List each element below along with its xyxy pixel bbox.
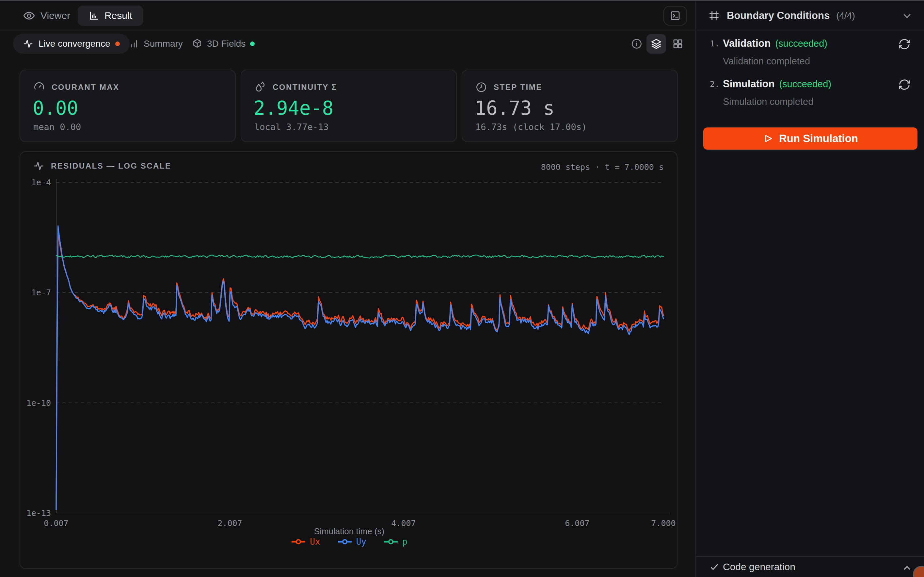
metric-subtext: 16.73s (clock 17.00s): [476, 122, 587, 132]
metric-value: 0.00: [33, 97, 78, 119]
refresh-icon[interactable]: [898, 78, 911, 91]
info-icon: [631, 38, 643, 50]
code-generation-label: Code generation: [723, 561, 795, 572]
step-title: Validation: [723, 37, 771, 49]
x-axis-title: Simulation time (s): [20, 526, 678, 537]
check-icon: [709, 562, 720, 572]
residuals-plot[interactable]: 1e-41e-71e-101e-130.0072.0074.0076.0077.…: [20, 152, 678, 569]
step-number: 2.: [710, 79, 720, 89]
legend-label: Ux: [310, 537, 320, 546]
gauge-icon: [33, 81, 45, 93]
grid-icon: [672, 38, 684, 50]
step-status: (succeeded): [779, 79, 831, 90]
cube-icon: [192, 39, 202, 49]
corner-notification-blob: [913, 566, 924, 577]
legend-marker: [383, 538, 399, 545]
run-simulation-button[interactable]: Run Simulation: [703, 127, 918, 150]
metric-card-header: STEP TIME: [476, 81, 542, 93]
main-panel: Viewer Result: [0, 1, 695, 577]
refresh-icon[interactable]: [898, 37, 911, 51]
tab-summary-label: Summary: [144, 39, 183, 49]
frame-icon: [708, 10, 720, 22]
metric-card-continuity: CONTINUITY Σ 2.94e-8 local 3.77e-13: [241, 69, 457, 142]
step-description: Simulation completed: [723, 97, 813, 107]
step-number: 1.: [710, 39, 720, 48]
sidebar-header[interactable]: Boundary Conditions (4/4): [696, 1, 924, 31]
legend-item-p[interactable]: p: [383, 537, 408, 546]
step-title: Simulation: [723, 78, 775, 90]
tab-3d-fields-label: 3D Fields: [207, 39, 246, 49]
sub-tab-bar: Live convergence Summary 3D Fields: [0, 31, 695, 57]
step-description: Validation completed: [723, 56, 810, 67]
grid-view-button[interactable]: [668, 34, 688, 53]
chevron-up-icon[interactable]: [902, 562, 912, 573]
step-title-row: Validation (succeeded): [723, 37, 828, 49]
activity-icon: [23, 39, 33, 49]
legend-label: p: [402, 537, 408, 546]
metric-subtext: mean 0.00: [33, 122, 81, 132]
legend-marker: [291, 538, 306, 545]
y-tick-label: 1e-7: [31, 288, 51, 297]
y-tick-label: 1e-10: [26, 398, 51, 408]
app-window: Viewer Result: [0, 0, 924, 577]
layers-icon: [651, 38, 662, 50]
tab-viewer-label: Viewer: [40, 10, 70, 21]
series-ux: [56, 232, 664, 509]
run-simulation-label: Run Simulation: [779, 132, 858, 145]
series-uy: [56, 226, 664, 509]
tab-live-convergence[interactable]: Live convergence: [13, 34, 130, 54]
metric-subtext: local 3.77e-13: [254, 122, 329, 132]
metric-value: 2.94e-8: [254, 97, 333, 119]
legend-item-uy[interactable]: Uy: [337, 537, 366, 546]
layers-button[interactable]: [646, 34, 666, 53]
metric-label: COURANT MAX: [51, 83, 119, 92]
terminal-button[interactable]: [664, 6, 687, 26]
metric-card-steptime: STEP TIME 16.73 s 16.73s (clock 17.00s): [462, 69, 678, 142]
eye-icon: [23, 10, 35, 22]
metric-label: CONTINUITY Σ: [273, 83, 337, 92]
y-tick-label: 1e-4: [31, 178, 51, 187]
y-tick-label: 1e-13: [26, 508, 51, 518]
series-p: [56, 255, 664, 258]
metric-card-courant: COURANT MAX 0.00 mean 0.00: [19, 69, 236, 142]
tab-result-label: Result: [104, 10, 132, 21]
bars-icon: [129, 39, 139, 49]
metric-value: 16.73 s: [475, 97, 554, 119]
legend-item-ux[interactable]: Ux: [291, 537, 320, 546]
bar-chart-icon: [89, 10, 99, 21]
terminal-icon: [669, 10, 681, 22]
tab-3d-fields[interactable]: 3D Fields: [192, 34, 255, 54]
residuals-chart-card: RESIDUALS — LOG SCALE 8000 steps · t = 7…: [19, 151, 678, 569]
play-icon: [763, 133, 773, 144]
chart-legend: Ux Uy p: [20, 537, 678, 546]
boundary-conditions-sidebar: Boundary Conditions (4/4) 1. Validation …: [696, 1, 924, 577]
chevron-down-icon[interactable]: [901, 10, 913, 22]
top-tab-bar: Viewer Result: [0, 1, 695, 31]
sidebar-title-row: Boundary Conditions (4/4): [708, 1, 855, 31]
clock-icon: [476, 81, 487, 93]
metric-card-header: COURANT MAX: [33, 81, 119, 93]
metric-card-header: CONTINUITY Σ: [254, 81, 337, 93]
droplets-icon: [254, 81, 266, 93]
sidebar-title: Boundary Conditions: [727, 10, 830, 22]
step-title-row: Simulation (succeeded): [723, 78, 831, 90]
tab-live-label: Live convergence: [39, 39, 110, 49]
code-generation-row[interactable]: Code generation: [696, 556, 924, 577]
sidebar-count: (4/4): [836, 10, 855, 21]
info-button[interactable]: [628, 35, 646, 53]
legend-marker: [337, 538, 352, 545]
fields-status-dot: [250, 42, 255, 46]
metric-label: STEP TIME: [494, 83, 542, 92]
live-status-dot: [115, 42, 120, 46]
tab-viewer[interactable]: Viewer: [23, 6, 70, 26]
tab-result[interactable]: Result: [78, 6, 143, 26]
legend-label: Uy: [356, 537, 366, 546]
tab-summary[interactable]: Summary: [129, 34, 183, 54]
step-status: (succeeded): [775, 38, 828, 49]
